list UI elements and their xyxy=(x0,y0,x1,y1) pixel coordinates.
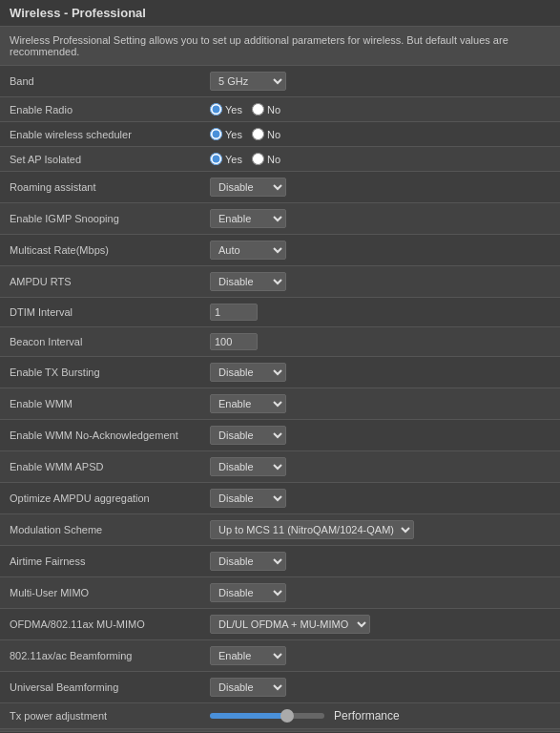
setting-select-13[interactable]: DisableEnable xyxy=(210,457,286,476)
settings-table: Band2.4 GHz5 GHz6 GHzEnable RadioYesNoEn… xyxy=(0,66,560,729)
table-row: Set AP IsolatedYesNo xyxy=(0,147,560,172)
setting-control: DisableEnable xyxy=(200,266,560,298)
setting-select-4[interactable]: DisableEnable xyxy=(210,178,286,197)
setting-control: YesNo xyxy=(200,147,560,172)
table-row: Multi-User MIMODisableEnable xyxy=(0,577,560,609)
setting-control: YesNo xyxy=(200,122,560,147)
table-row: DTIM Interval xyxy=(0,298,560,327)
setting-label: 802.11ax/ac Beamforming xyxy=(0,640,200,672)
table-row: Enable IGMP SnoopingEnableDisable xyxy=(0,203,560,235)
setting-label: Beacon Interval xyxy=(0,327,200,357)
table-row: Enable WMM APSDDisableEnable xyxy=(0,451,560,483)
setting-label: Set AP Isolated xyxy=(0,147,200,172)
setting-select-12[interactable]: DisableEnable xyxy=(210,426,286,445)
setting-label: Multi-User MIMO xyxy=(0,577,200,609)
setting-control: EnableDisable xyxy=(200,640,560,672)
radio-input-yes-2[interactable] xyxy=(210,128,222,140)
setting-control: DisableEnable xyxy=(200,672,560,703)
radio-input-no-2[interactable] xyxy=(252,128,264,140)
table-row: Enable wireless schedulerYesNo xyxy=(0,122,560,147)
radio-input-yes-1[interactable] xyxy=(210,103,222,115)
setting-select-10[interactable]: DisableEnable xyxy=(210,363,286,382)
slider-label: Performance xyxy=(334,709,400,723)
setting-select-20[interactable]: DisableEnable xyxy=(210,678,286,697)
setting-label: Universal Beamforming xyxy=(0,672,200,703)
setting-select-16[interactable]: DisableEnable xyxy=(210,552,286,571)
setting-label: Modulation Scheme xyxy=(0,514,200,546)
table-row: Roaming assistantDisableEnable xyxy=(0,172,560,203)
radio-option-text: No xyxy=(267,104,280,115)
table-row: 802.11ax/ac BeamformingEnableDisable xyxy=(0,640,560,672)
setting-label: Enable wireless scheduler xyxy=(0,122,200,147)
setting-label: Tx power adjustment xyxy=(0,703,200,729)
radio-option-text: No xyxy=(267,129,280,140)
table-row: Tx power adjustmentPerformance xyxy=(0,703,560,729)
text-input-8[interactable] xyxy=(210,304,258,321)
page-title: Wireless - Professional xyxy=(10,6,550,20)
radio-label-yes[interactable]: Yes xyxy=(210,103,242,115)
setting-control: EnableDisable xyxy=(200,203,560,235)
slider-container: Performance xyxy=(210,709,550,723)
table-row: Enable TX BurstingDisableEnable xyxy=(0,357,560,388)
setting-label: Enable WMM No-Acknowledgement xyxy=(0,420,200,451)
page-description: Wireless Professional Setting allows you… xyxy=(0,27,560,66)
setting-control xyxy=(200,298,560,327)
table-row: Enable WMMEnableDisable xyxy=(0,388,560,420)
setting-label: Enable WMM APSD xyxy=(0,451,200,483)
setting-control: Auto125.56911121824364854 xyxy=(200,235,560,266)
setting-select-18[interactable]: DL/UL OFDMA + MU-MIMODisableDL OFDMAUL O… xyxy=(210,615,370,634)
tx-power-slider[interactable] xyxy=(210,713,324,719)
text-input-9[interactable] xyxy=(210,333,258,350)
table-row: Optimize AMPDU aggregationDisableEnable xyxy=(0,483,560,514)
radio-label-no[interactable]: No xyxy=(252,153,280,165)
radio-label-no[interactable]: No xyxy=(252,128,280,140)
setting-select-0[interactable]: 2.4 GHz5 GHz6 GHz xyxy=(210,72,286,91)
radio-option-text: Yes xyxy=(225,104,242,115)
setting-select-7[interactable]: DisableEnable xyxy=(210,272,286,291)
setting-control: DisableEnable xyxy=(200,451,560,483)
setting-label: Enable WMM xyxy=(0,388,200,420)
radio-label-no[interactable]: No xyxy=(252,103,280,115)
setting-label: DTIM Interval xyxy=(0,298,200,327)
setting-label: Airtime Fairness xyxy=(0,546,200,577)
setting-control: Up to MCS 11 (NitroQAM/1024-QAM)Up to MC… xyxy=(200,514,560,546)
setting-control: DisableEnable xyxy=(200,483,560,514)
setting-label: AMPDU RTS xyxy=(0,266,200,298)
table-row: Beacon Interval xyxy=(0,327,560,357)
table-row: Enable RadioYesNo xyxy=(0,97,560,122)
radio-option-text: Yes xyxy=(225,129,242,140)
radio-option-text: No xyxy=(267,154,280,165)
setting-control: Performance xyxy=(200,703,560,729)
setting-control: DisableEnable xyxy=(200,546,560,577)
setting-control: 2.4 GHz5 GHz6 GHz xyxy=(200,66,560,97)
radio-option-text: Yes xyxy=(225,154,242,165)
table-row: OFDMA/802.11ax MU-MIMODL/UL OFDMA + MU-M… xyxy=(0,609,560,640)
setting-select-17[interactable]: DisableEnable xyxy=(210,583,286,602)
setting-label: Optimize AMPDU aggregation xyxy=(0,483,200,514)
setting-select-11[interactable]: EnableDisable xyxy=(210,394,286,413)
setting-control: DisableEnable xyxy=(200,357,560,388)
setting-control: YesNo xyxy=(200,97,560,122)
table-row: Modulation SchemeUp to MCS 11 (NitroQAM/… xyxy=(0,514,560,546)
radio-input-no-1[interactable] xyxy=(252,103,264,115)
setting-select-15[interactable]: Up to MCS 11 (NitroQAM/1024-QAM)Up to MC… xyxy=(210,520,414,539)
setting-control: DisableEnable xyxy=(200,172,560,203)
setting-select-19[interactable]: EnableDisable xyxy=(210,646,286,665)
setting-control: DL/UL OFDMA + MU-MIMODisableDL OFDMAUL O… xyxy=(200,609,560,640)
table-row: Band2.4 GHz5 GHz6 GHz xyxy=(0,66,560,97)
setting-label: Enable Radio xyxy=(0,97,200,122)
radio-input-no-3[interactable] xyxy=(252,153,264,165)
table-row: AMPDU RTSDisableEnable xyxy=(0,266,560,298)
radio-label-yes[interactable]: Yes xyxy=(210,153,242,165)
setting-label: OFDMA/802.11ax MU-MIMO xyxy=(0,609,200,640)
radio-label-yes[interactable]: Yes xyxy=(210,128,242,140)
radio-group-2: YesNo xyxy=(210,128,550,140)
setting-select-5[interactable]: EnableDisable xyxy=(210,209,286,228)
setting-select-6[interactable]: Auto125.56911121824364854 xyxy=(210,241,286,260)
setting-control: EnableDisable xyxy=(200,388,560,420)
radio-input-yes-3[interactable] xyxy=(210,153,222,165)
page-header: Wireless - Professional xyxy=(0,0,560,27)
setting-select-14[interactable]: DisableEnable xyxy=(210,489,286,508)
setting-control xyxy=(200,327,560,357)
setting-label: Band xyxy=(0,66,200,97)
